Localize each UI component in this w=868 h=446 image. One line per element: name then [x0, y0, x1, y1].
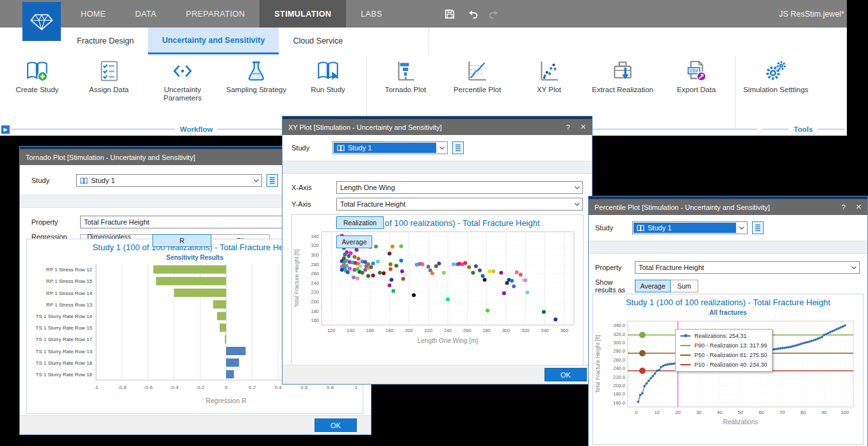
svg-text:200.0: 200.0: [613, 383, 625, 388]
close-icon[interactable]: ✕: [580, 123, 586, 131]
study-browse-button[interactable]: [752, 221, 764, 234]
study-book-icon: [637, 225, 644, 232]
svg-text:0: 0: [225, 385, 228, 390]
ribbon-button-sampling-strategy[interactable]: Sampling Strategy: [220, 56, 292, 125]
svg-text:0.2: 0.2: [249, 385, 256, 390]
app-logo-icon[interactable]: [22, 2, 61, 41]
tab-data[interactable]: DATA: [120, 0, 171, 28]
svg-text:50: 50: [738, 410, 743, 415]
redo-icon[interactable]: [488, 8, 501, 20]
study-label: Study: [291, 144, 332, 152]
chevron-down-icon[interactable]: [571, 198, 582, 210]
study-browse-button[interactable]: [266, 174, 278, 187]
chevron-down-icon[interactable]: [436, 142, 447, 154]
svg-text:180.0: 180.0: [613, 391, 625, 397]
chevron-down-icon[interactable]: [736, 222, 747, 234]
chevron-down-icon[interactable]: [848, 262, 859, 273]
svg-text:1: 1: [355, 385, 358, 390]
realizations-marker-icon: [680, 335, 691, 337]
study-combobox[interactable]: Study 1: [76, 174, 262, 187]
property-label: Property: [31, 218, 80, 226]
workflow-group-label: Workflow: [180, 125, 213, 133]
svg-text:320.0: 320.0: [613, 331, 625, 337]
svg-text:360: 360: [561, 328, 569, 333]
svg-text:TS 1 Slurry Rate Row 18: TS 1 Slurry Rate Row 18: [36, 360, 93, 366]
workflow-expand-icon[interactable]: ▶: [1, 125, 10, 134]
ribbon-button-label: Run Study: [311, 86, 345, 94]
p10-marker-icon: [680, 364, 691, 365]
svg-text:10: 10: [654, 410, 659, 415]
x-axis-combobox[interactable]: Length One Wing: [336, 181, 583, 194]
ribbon-button-create-study[interactable]: Create Study: [1, 56, 73, 125]
ribbon-button-uncertainty-parameters[interactable]: Uncertainty Parameters: [145, 56, 220, 125]
tab-preparation[interactable]: PREPARATION: [171, 0, 259, 28]
toggle-average[interactable]: Average: [336, 235, 372, 248]
percentile-dialog-title: Percentile Plot [Stimulation - Uncertain…: [594, 203, 770, 211]
percentile-dialog-titlebar[interactable]: Percentile Plot [Stimulation - Uncertain…: [589, 199, 867, 215]
subtab-cloud-service[interactable]: Cloud Service: [279, 28, 357, 54]
ribbon-subtabs: Fracture Design Uncertainty and Sensitiv…: [0, 28, 847, 54]
study-combobox[interactable]: Study 1: [332, 141, 448, 154]
ribbon-button-xy-plot[interactable]: XY Plot: [513, 56, 585, 125]
xy-dialog-titlebar[interactable]: XY Plot [Stimulation - Uncertainty and S…: [283, 119, 592, 135]
svg-text:80: 80: [801, 410, 806, 415]
save-icon[interactable]: [443, 8, 456, 20]
tab-labs[interactable]: LABS: [346, 0, 397, 28]
ok-button[interactable]: OK: [545, 368, 587, 381]
toggle-realization[interactable]: Realization: [336, 216, 384, 229]
ribbon-button-label: Export Data: [677, 86, 716, 94]
help-icon[interactable]: ?: [842, 203, 846, 211]
ribbon-button-label: XY Plot: [537, 86, 561, 94]
p90-marker-icon: [680, 345, 691, 346]
help-icon[interactable]: ?: [566, 123, 570, 131]
svg-text:240: 240: [311, 280, 319, 286]
tab-home[interactable]: HOME: [66, 0, 120, 28]
ribbon-button-export-data[interactable]: CSV Export Data: [660, 56, 732, 125]
svg-text:160: 160: [366, 328, 375, 333]
svg-text:160: 160: [311, 317, 319, 323]
ribbon-button-percentile-plot[interactable]: Percentile Plot: [441, 56, 513, 125]
chevron-down-icon[interactable]: [250, 175, 261, 186]
tools-group-label: Tools: [794, 125, 813, 133]
ribbon-button-assign-data[interactable]: Assign Data: [73, 56, 145, 125]
svg-text:30: 30: [696, 410, 701, 415]
toggle-r[interactable]: R: [152, 234, 211, 247]
ok-button[interactable]: OK: [315, 418, 357, 432]
y-axis-combobox[interactable]: Total Fracture Height: [336, 198, 583, 211]
svg-text:300: 300: [311, 252, 319, 258]
svg-text:320: 320: [521, 328, 530, 333]
svg-text:300: 300: [502, 328, 511, 333]
svg-text:280: 280: [482, 328, 491, 333]
toggle-average[interactable]: Average: [635, 280, 671, 292]
dialog-separator-band: [589, 241, 867, 254]
chevron-down-icon[interactable]: [571, 182, 582, 193]
svg-text:280: 280: [311, 262, 319, 267]
undo-icon[interactable]: [466, 8, 479, 20]
ribbon-button-extract-realization[interactable]: Extract Realization: [585, 56, 660, 125]
subtab-fracture-design[interactable]: Fracture Design: [63, 28, 148, 54]
tab-stimulation[interactable]: STIMULATION: [259, 0, 346, 28]
close-icon[interactable]: ✕: [856, 203, 862, 211]
svg-text:90: 90: [821, 410, 826, 415]
toggle-sum[interactable]: Sum: [670, 280, 698, 292]
subtab-uncertainty-sensitivity[interactable]: Uncertainty and Sensitivity: [148, 28, 279, 54]
svg-text:0.6: 0.6: [300, 385, 308, 390]
svg-text:240.0: 240.0: [613, 365, 625, 371]
property-combobox[interactable]: Total Fracture Height: [635, 261, 860, 274]
svg-text:340: 340: [541, 328, 549, 333]
tooltip-row: P50 - Realization 81: 275.50: [680, 352, 767, 358]
study-combobox[interactable]: Study 1: [632, 221, 748, 234]
study-value: Study 1: [348, 144, 372, 152]
svg-text:220: 220: [311, 289, 319, 295]
percentile-plot-icon: [464, 58, 490, 84]
ribbon-titlebar[interactable]: HOME DATA PREPARATION STIMULATION LABS J…: [0, 0, 847, 28]
ribbon-button-run-study[interactable]: Run Study: [292, 56, 364, 125]
svg-text:340.0: 340.0: [613, 323, 625, 328]
svg-text:40: 40: [717, 410, 722, 415]
tooltip-row: P90 - Realization 13: 317.99: [680, 342, 767, 349]
study-browse-button[interactable]: [452, 141, 464, 154]
document-title: JS ResStim.jewel*: [756, 0, 844, 28]
ribbon-button-simulation-settings[interactable]: Simulation Setttings: [738, 56, 814, 125]
ribbon-button-tornado-plot[interactable]: Tornado Plot: [370, 56, 441, 125]
svg-text:TS 1 Slurry Rate Row 17: TS 1 Slurry Rate Row 17: [36, 337, 93, 342]
